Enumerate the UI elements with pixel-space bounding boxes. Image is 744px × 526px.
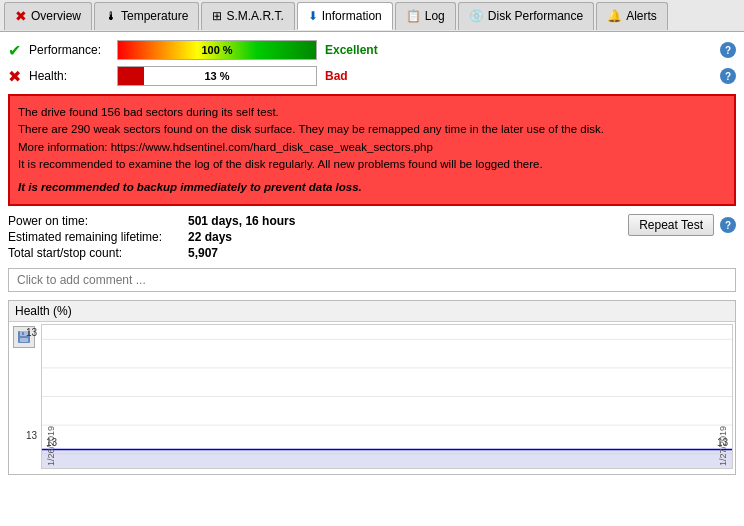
performance-bar-text: 100 % (201, 44, 232, 56)
start-stop-label: Total start/stop count: (8, 246, 188, 260)
health-bar-text: 13 % (204, 70, 229, 82)
alert-box: The drive found 156 bad sectors during i… (8, 94, 736, 206)
main-content: ✔ Performance: 100 % Excellent ? ✖ Healt… (0, 32, 744, 526)
tab-information-label: Information (322, 9, 382, 23)
info-right: Repeat Test ? (628, 214, 736, 236)
health-status-icon: ✖ (8, 67, 21, 86)
y-label-top: 13 (26, 327, 37, 338)
y-label-bottom: 13 (26, 430, 37, 441)
health-help-icon[interactable]: ? (720, 68, 736, 84)
performance-label: Performance: (29, 43, 109, 57)
chart-area: 13 13 13 13 1/26/2019 1/27/2019 (9, 322, 735, 471)
y-axis: 13 13 (11, 322, 39, 471)
tab-disk-performance[interactable]: 💿 Disk Performance (458, 2, 594, 30)
health-status-text: Bad (325, 69, 348, 83)
chart-date-right: 1/27/2019 (718, 426, 728, 466)
start-stop-row: Total start/stop count: 5,907 (8, 246, 620, 260)
alert-line2: There are 290 weak sectors found on the … (18, 121, 726, 138)
tab-temperature-label: Temperature (121, 9, 188, 23)
tab-log[interactable]: 📋 Log (395, 2, 456, 30)
chart-section: Health (%) 13 13 (8, 300, 736, 475)
svg-marker-9 (42, 450, 732, 469)
bell-icon: 🔔 (607, 9, 622, 23)
chart-date-left: 1/26/2019 (46, 426, 56, 466)
info-icon: ⬇ (308, 9, 318, 23)
tab-information[interactable]: ⬇ Information (297, 2, 393, 30)
health-row: ✖ Health: 13 % Bad ? (8, 66, 736, 86)
performance-status-icon: ✔ (8, 41, 21, 60)
log-icon: 📋 (406, 9, 421, 23)
alert-line3: More information: https://www.hdsentinel… (18, 139, 726, 156)
performance-row: ✔ Performance: 100 % Excellent ? (8, 40, 736, 60)
comment-input[interactable] (8, 268, 736, 292)
alert-line4: It is recommended to examine the log of … (18, 156, 726, 173)
tab-smart-label: S.M.A.R.T. (226, 9, 283, 23)
power-on-time-value: 501 days, 16 hours (188, 214, 295, 228)
remaining-lifetime-row: Estimated remaining lifetime: 22 days (8, 230, 620, 244)
overview-icon: ✖ (15, 8, 27, 24)
repeat-test-help-icon[interactable]: ? (720, 217, 736, 233)
performance-status-text: Excellent (325, 43, 378, 57)
alert-line1: The drive found 156 bad sectors during i… (18, 104, 726, 121)
performance-help-icon[interactable]: ? (720, 42, 736, 58)
tab-disk-performance-label: Disk Performance (488, 9, 583, 23)
info-section: Power on time: 501 days, 16 hours Estima… (8, 214, 736, 262)
health-label: Health: (29, 69, 109, 83)
power-on-time-row: Power on time: 501 days, 16 hours (8, 214, 620, 228)
tab-smart[interactable]: ⊞ S.M.A.R.T. (201, 2, 294, 30)
alert-line5: It is recommended to backup immediately … (18, 181, 362, 193)
thermometer-icon: 🌡 (105, 9, 117, 23)
power-on-time-label: Power on time: (8, 214, 188, 228)
tab-bar: ✖ Overview 🌡 Temperature ⊞ S.M.A.R.T. ⬇ … (0, 0, 744, 32)
chart-inner: 13 13 1/26/2019 1/27/2019 (41, 324, 733, 469)
tab-overview[interactable]: ✖ Overview (4, 2, 92, 30)
health-bar-container: 13 % (117, 66, 317, 86)
disk-info: Power on time: 501 days, 16 hours Estima… (8, 214, 620, 262)
start-stop-value: 5,907 (188, 246, 218, 260)
remaining-lifetime-value: 22 days (188, 230, 232, 244)
performance-bar-container: 100 % (117, 40, 317, 60)
chart-title: Health (%) (9, 301, 735, 322)
remaining-lifetime-label: Estimated remaining lifetime: (8, 230, 188, 244)
tab-temperature[interactable]: 🌡 Temperature (94, 2, 199, 30)
health-chart-svg: 13 13 (42, 325, 732, 468)
tab-log-label: Log (425, 9, 445, 23)
disk-icon: 💿 (469, 9, 484, 23)
tab-alerts-label: Alerts (626, 9, 657, 23)
tab-alerts[interactable]: 🔔 Alerts (596, 2, 668, 30)
smart-icon: ⊞ (212, 9, 222, 23)
tab-overview-label: Overview (31, 9, 81, 23)
repeat-test-button[interactable]: Repeat Test (628, 214, 714, 236)
health-bar (118, 67, 144, 85)
